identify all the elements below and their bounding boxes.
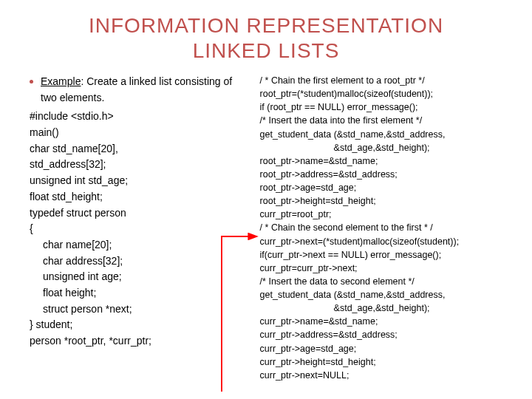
- code-line: curr_ptr->next=NULL;: [260, 369, 519, 382]
- code-line: root_ptr->address=&std_address;: [260, 168, 519, 181]
- title-line1: INFORMATION REPRESENTATION: [89, 14, 443, 37]
- code-line: if (root_ptr == NULL) error_message();: [260, 100, 519, 114]
- code-line: curr_ptr->next=(*student)malloc(sizeof(s…: [260, 235, 519, 248]
- code-line: char address[32];: [30, 253, 248, 270]
- code-line: / * Chain the second element to the firs…: [260, 221, 519, 234]
- code-line: person *root_ptr, *curr_ptr;: [30, 333, 248, 349]
- code-line: get_student_data (&std_name,&std_address…: [260, 128, 519, 141]
- code-line: typedef struct person: [30, 205, 248, 222]
- title-line2: LINKED LISTS: [193, 39, 340, 62]
- code-line: curr_ptr=curr_ptr->next;: [260, 262, 519, 275]
- code-line: unsigned int std_age;: [30, 173, 248, 189]
- right-column: / * Chain the first element to a root_pt…: [256, 74, 532, 399]
- code-line: if(curr_ptr->next == NULL) error_message…: [260, 248, 519, 262]
- code-line: curr_ptr->age=std_age;: [260, 342, 519, 355]
- code-line: struct person *next;: [30, 301, 248, 318]
- slide: INFORMATION REPRESENTATION LINKED LISTS …: [0, 0, 532, 399]
- code-line: std_address[32];: [30, 157, 248, 173]
- code-line: float std_height;: [30, 189, 248, 205]
- code-line: &std_age,&std_height);: [260, 141, 519, 154]
- code-line: {: [30, 221, 248, 237]
- code-line: root_ptr->age=std_age;: [260, 181, 519, 194]
- code-line: char name[20];: [30, 237, 248, 253]
- code-line: main(): [30, 125, 248, 141]
- slide-title: INFORMATION REPRESENTATION LINKED LISTS: [0, 0, 532, 63]
- code-line: curr_ptr->name=&std_name;: [260, 315, 519, 328]
- left-column: Example: Create a linked list consisting…: [0, 74, 256, 399]
- code-line: /* Insert the data to second element */: [260, 275, 519, 288]
- code-line: curr_ptr=root_ptr;: [260, 208, 519, 221]
- content-area: Example: Create a linked list consisting…: [0, 74, 532, 399]
- bullet-icon: [30, 80, 33, 83]
- bullet-text: Example: Create a linked list consisting…: [41, 74, 248, 106]
- code-line: / * Chain the first element to a root_pt…: [260, 74, 519, 87]
- code-line: root_ptr->height=std_height;: [260, 194, 519, 208]
- example-bullet: Example: Create a linked list consisting…: [30, 74, 248, 106]
- code-line: curr_ptr->height=std_height;: [260, 355, 519, 369]
- code-line: root_ptr=(*student)malloc(sizeof(student…: [260, 87, 519, 100]
- code-line: float height;: [30, 285, 248, 301]
- code-line: } student;: [30, 317, 248, 333]
- code-line: get_student_data (&std_name,&std_address…: [260, 288, 519, 301]
- code-line: /* Insert the data into the first elemen…: [260, 114, 519, 127]
- code-line: curr_ptr->address=&std_address;: [260, 328, 519, 341]
- code-line: unsigned int age;: [30, 269, 248, 285]
- code-line: root_ptr->name=&std_name;: [260, 154, 519, 168]
- code-line: char std_name[20],: [30, 141, 248, 157]
- bullet-underline: Example: [41, 75, 81, 87]
- code-line: &std_age,&std_height);: [260, 301, 519, 315]
- code-line: #include <stdio.h>: [30, 109, 248, 125]
